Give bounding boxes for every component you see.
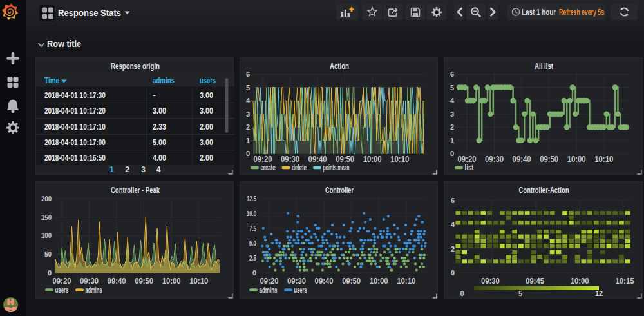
svg-text:3.00: 3.00 xyxy=(200,137,213,147)
svg-text:10:00: 10:00 xyxy=(571,277,589,286)
svg-text:2.33: 2.33 xyxy=(153,122,166,132)
svg-text:09:50: 09:50 xyxy=(342,277,361,286)
svg-text:4: 4 xyxy=(451,221,455,228)
svg-text:2018-04-01 10:17:00: 2018-04-01 10:17:00 xyxy=(44,137,106,147)
svg-text:7.5: 7.5 xyxy=(249,224,256,232)
svg-text:Response origin: Response origin xyxy=(111,61,160,71)
svg-text:2018-04-01 10:17:20: 2018-04-01 10:17:20 xyxy=(44,106,106,115)
svg-text:09:50: 09:50 xyxy=(540,155,558,164)
svg-text:4.00: 4.00 xyxy=(153,153,166,163)
svg-text:1: 1 xyxy=(246,137,250,144)
svg-text:10:10: 10:10 xyxy=(397,277,415,286)
svg-text:2.5: 2.5 xyxy=(249,254,256,262)
svg-text:admins: admins xyxy=(86,286,102,295)
svg-text:0: 0 xyxy=(460,290,464,297)
svg-text:09:40: 09:40 xyxy=(315,277,334,286)
svg-text:10:00: 10:00 xyxy=(567,155,586,164)
svg-text:10:00: 10:00 xyxy=(370,277,388,286)
svg-text:Action: Action xyxy=(330,61,349,71)
svg-text:3: 3 xyxy=(141,165,146,174)
svg-text:10:00: 10:00 xyxy=(363,155,382,164)
svg-text:5.00: 5.00 xyxy=(153,137,166,147)
svg-text:5.0: 5.0 xyxy=(249,239,256,247)
svg-text:3.00: 3.00 xyxy=(200,106,213,115)
svg-text:Refresh every 5s: Refresh every 5s xyxy=(559,7,604,17)
svg-text:10:15: 10:15 xyxy=(616,277,634,286)
svg-text:Last 1 hour: Last 1 hour xyxy=(522,7,556,17)
svg-text:create: create xyxy=(261,163,276,172)
svg-text:2018-04-01 10:17:30: 2018-04-01 10:17:30 xyxy=(44,90,106,100)
svg-text:10:10: 10:10 xyxy=(390,155,409,164)
svg-text:users: users xyxy=(55,286,69,295)
svg-text:09:20: 09:20 xyxy=(260,277,279,286)
svg-text:2018-04-01 10:17:10: 2018-04-01 10:17:10 xyxy=(44,122,106,132)
svg-text:1: 1 xyxy=(109,165,114,174)
svg-text:0: 0 xyxy=(252,269,256,277)
svg-text:4: 4 xyxy=(246,97,251,104)
svg-text:list: list xyxy=(465,163,474,172)
svg-text:2: 2 xyxy=(451,245,455,253)
svg-text:09:20: 09:20 xyxy=(53,277,71,286)
svg-text:100: 100 xyxy=(41,232,52,239)
svg-text:3: 3 xyxy=(246,110,250,118)
svg-text:2.00: 2.00 xyxy=(200,153,213,163)
svg-text:0: 0 xyxy=(450,150,454,157)
svg-text:users: users xyxy=(294,286,307,295)
svg-text:users: users xyxy=(200,75,216,85)
svg-text:09:40: 09:40 xyxy=(308,155,327,164)
svg-text:09:20: 09:20 xyxy=(254,155,272,164)
svg-text:09:50: 09:50 xyxy=(336,155,354,164)
svg-text:0: 0 xyxy=(246,150,250,157)
svg-text:0: 0 xyxy=(451,269,455,277)
svg-text:0: 0 xyxy=(48,269,52,277)
svg-text:Controller: Controller xyxy=(325,185,354,195)
svg-text:4: 4 xyxy=(450,97,455,104)
svg-text:-: - xyxy=(153,90,156,100)
svg-text:points.mean: points.mean xyxy=(323,163,350,172)
svg-text:5: 5 xyxy=(518,290,522,297)
svg-text:All list: All list xyxy=(535,61,553,71)
svg-text:12: 12 xyxy=(595,290,603,297)
svg-text:10:10: 10:10 xyxy=(189,277,208,286)
svg-text:2: 2 xyxy=(125,165,129,174)
svg-text:3: 3 xyxy=(450,110,454,118)
svg-text:Controller-Action: Controller-Action xyxy=(519,185,569,195)
svg-text:09:20: 09:20 xyxy=(458,155,477,164)
svg-text:3.00: 3.00 xyxy=(153,106,166,115)
svg-text:09:30: 09:30 xyxy=(80,277,99,286)
svg-text:10:10: 10:10 xyxy=(594,155,613,164)
svg-text:5: 5 xyxy=(450,84,454,92)
svg-text:09:30: 09:30 xyxy=(485,155,504,164)
svg-text:delete: delete xyxy=(292,163,307,172)
svg-text:09:30: 09:30 xyxy=(281,155,299,164)
svg-text:admins: admins xyxy=(260,286,278,295)
svg-text:09:30: 09:30 xyxy=(287,277,306,286)
svg-text:2: 2 xyxy=(450,123,454,131)
svg-text:150: 150 xyxy=(41,213,52,221)
svg-text:09:40: 09:40 xyxy=(108,277,126,286)
svg-text:2018-04-01 10:16:50: 2018-04-01 10:16:50 xyxy=(44,153,106,163)
svg-text:Time: Time xyxy=(44,75,59,85)
svg-text:09:40: 09:40 xyxy=(513,155,531,164)
svg-text:Row title: Row title xyxy=(47,38,81,49)
svg-text:10:00: 10:00 xyxy=(162,277,181,286)
svg-text:5: 5 xyxy=(246,84,250,92)
svg-text:3.00: 3.00 xyxy=(200,90,213,100)
svg-text:09:30: 09:30 xyxy=(481,277,500,286)
svg-text:admins: admins xyxy=(153,75,175,85)
svg-text:09:45: 09:45 xyxy=(526,277,544,286)
svg-text:2.00: 2.00 xyxy=(200,122,213,132)
svg-text:Response Stats: Response Stats xyxy=(58,8,121,18)
svg-text:50: 50 xyxy=(44,250,52,258)
svg-text:4: 4 xyxy=(156,165,161,174)
svg-text:2: 2 xyxy=(246,123,250,131)
svg-text:09:50: 09:50 xyxy=(135,277,153,286)
svg-text:Controller - Peak: Controller - Peak xyxy=(111,185,160,195)
svg-text:10.0: 10.0 xyxy=(247,210,256,217)
svg-text:1: 1 xyxy=(450,137,454,144)
svg-text:6: 6 xyxy=(451,197,455,204)
